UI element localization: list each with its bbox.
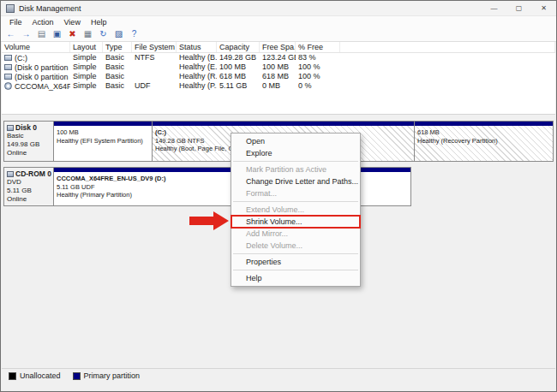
volume-name: CCCOMA_X64FRE... xyxy=(15,82,70,91)
forward-icon[interactable]: → xyxy=(20,28,33,40)
view-icon[interactable]: ▨ xyxy=(112,28,125,40)
col-capacity[interactable]: Capacity xyxy=(217,42,260,52)
cdrom-icon xyxy=(7,171,14,177)
col-pct-free[interactable]: % Free xyxy=(296,42,340,52)
cell-capacity: 5.11 GB xyxy=(217,81,260,91)
cell-free-space: 0 MB xyxy=(260,81,296,91)
volume-name: (Disk 0 partition 4) xyxy=(15,73,70,81)
cell-pct-free: 100 % xyxy=(296,62,340,72)
cdrom-0-info[interactable]: CD-ROM 0 DVD 5.11 GB Online xyxy=(4,168,54,205)
volume-name: (Disk 0 partition 1) xyxy=(15,63,70,72)
col-empty xyxy=(340,42,555,52)
legend-unallocated: Unallocated xyxy=(9,371,61,380)
menu-item-properties[interactable]: Properties xyxy=(231,256,360,268)
cell-free-space: 123.24 GB xyxy=(260,53,296,62)
cell-pct-free: 100 % xyxy=(296,72,340,81)
cell-layout: Simple xyxy=(70,62,103,72)
legend-bar: Unallocated Primary partition xyxy=(2,368,555,383)
menu-item-open[interactable]: Open xyxy=(231,135,360,147)
partition-efi[interactable]: 100 MB Healthy (EFI System Partition) xyxy=(54,122,153,161)
menu-action[interactable]: Action xyxy=(27,16,59,27)
legend-label: Primary partition xyxy=(84,371,141,380)
context-menu: Open Explore Mark Partition as Active Ch… xyxy=(231,133,361,287)
col-type[interactable]: Type xyxy=(103,42,132,52)
partition-recovery[interactable]: 618 MB Healthy (Recovery Partition) xyxy=(415,122,553,161)
menu-item-help[interactable]: Help xyxy=(231,272,360,284)
menu-help[interactable]: Help xyxy=(86,16,112,27)
help-icon[interactable]: ? xyxy=(128,28,141,40)
cell-type: Basic xyxy=(103,53,132,62)
refresh-icon[interactable]: ↻ xyxy=(97,28,110,40)
col-status[interactable]: Status xyxy=(177,42,217,52)
cell-status: Healthy (B... xyxy=(177,53,217,62)
title-bar: Disk Management — ▢ ✕ xyxy=(1,1,556,16)
maximize-icon[interactable]: ▢ xyxy=(506,1,531,15)
minimize-icon[interactable]: — xyxy=(482,1,506,15)
cell-file-system xyxy=(132,62,177,72)
menu-item-mark-partition-active: Mark Partition as Active xyxy=(231,163,360,175)
disk-icon xyxy=(7,125,14,131)
disk-name: Disk 0 xyxy=(15,123,37,132)
menu-item-change-drive-letter[interactable]: Change Drive Letter and Paths... xyxy=(231,175,360,187)
menu-item-explore[interactable]: Explore xyxy=(231,147,360,159)
open-icon[interactable]: ▦ xyxy=(81,28,94,40)
cell-capacity: 100 MB xyxy=(217,62,260,72)
menu-separator xyxy=(233,270,358,270)
menu-item-add-mirror: Add Mirror... xyxy=(231,228,360,240)
col-layout[interactable]: Layout xyxy=(70,42,103,52)
col-volume[interactable]: Volume xyxy=(2,42,70,52)
disk-management-window: Disk Management — ▢ ✕ File Action View H… xyxy=(0,0,557,392)
back-icon[interactable]: ← xyxy=(4,28,17,40)
volume-icon xyxy=(4,55,12,61)
app-icon xyxy=(6,4,15,13)
cell-file-system: UDF xyxy=(132,81,177,91)
console-tree-icon[interactable]: ▤ xyxy=(35,28,48,40)
cell-file-system: NTFS xyxy=(132,53,177,62)
menu-separator xyxy=(233,253,358,254)
volume-list-header: Volume Layout Type File System Status Ca… xyxy=(2,42,555,53)
col-file-system[interactable]: File System xyxy=(132,42,177,52)
partition-stripe xyxy=(54,122,152,126)
table-row[interactable]: (Disk 0 partition 1) Simple Basic Health… xyxy=(2,62,555,72)
close-icon[interactable]: ✕ xyxy=(531,1,556,15)
partition-stripe xyxy=(415,122,553,126)
arrow-head xyxy=(213,211,229,230)
cell-type: Basic xyxy=(103,72,132,81)
menu-view[interactable]: View xyxy=(59,16,86,27)
col-free-space[interactable]: Free Spa... xyxy=(260,42,296,52)
cell-layout: Simple xyxy=(70,53,103,62)
menu-file[interactable]: File xyxy=(4,16,27,27)
disk-size: 5.11 GB xyxy=(7,187,51,195)
partition-status: Healthy (Recovery Partition) xyxy=(417,137,550,146)
arrow-shaft xyxy=(189,217,213,225)
partition-size: 618 MB xyxy=(417,128,550,137)
annotation-arrow xyxy=(189,211,231,230)
menu-item-delete-volume: Delete Volume... xyxy=(231,240,360,252)
menu-item-shrink-volume[interactable]: Shrink Volume... xyxy=(231,216,360,228)
cell-free-space: 618 MB xyxy=(260,72,296,81)
table-row[interactable]: (C:) Simple Basic NTFS Healthy (B... 149… xyxy=(2,53,555,62)
disk-kind: DVD xyxy=(7,178,51,187)
export-list-icon[interactable]: ▣ xyxy=(51,28,63,40)
partition-stripe xyxy=(153,122,414,126)
toolbar: ← → ▤ ▣ ✖ ▦ ↻ ▨ ? xyxy=(1,27,556,42)
volume-icon xyxy=(4,74,12,80)
cell-pct-free: 83 % xyxy=(296,53,340,62)
table-row[interactable]: (Disk 0 partition 4) Simple Basic Health… xyxy=(2,72,555,81)
cell-free-space: 100 MB xyxy=(260,62,296,72)
volume-icon xyxy=(4,64,12,70)
menu-item-format: Format... xyxy=(231,187,360,199)
cell-capacity: 149.28 GB xyxy=(217,53,260,62)
disk-0-info[interactable]: Disk 0 Basic 149.98 GB Online xyxy=(4,122,54,161)
cell-pct-free: 0 % xyxy=(296,81,340,91)
delete-volume-icon[interactable]: ✖ xyxy=(66,28,79,40)
partition-size: 100 MB xyxy=(57,128,149,137)
legend-primary-partition: Primary partition xyxy=(73,371,141,380)
disk-status: Online xyxy=(7,149,51,157)
partition-status: Healthy (EFI System Partition) xyxy=(57,137,149,146)
menu-item-extend-volume: Extend Volume... xyxy=(231,204,360,216)
window-title: Disk Management xyxy=(19,4,81,13)
volume-name: (C:) xyxy=(15,54,27,62)
table-row[interactable]: CCCOMA_X64FRE... Simple Basic UDF Health… xyxy=(2,81,555,91)
menu-bar: File Action View Help xyxy=(1,16,556,27)
